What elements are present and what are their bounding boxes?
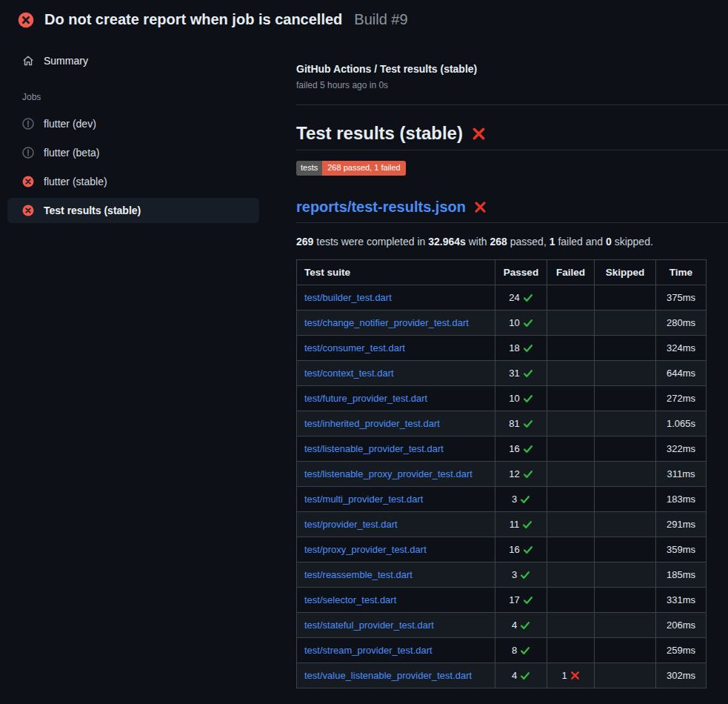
skipped-cell	[595, 311, 656, 336]
passed-cell: 12	[495, 462, 547, 487]
skipped-cell	[595, 386, 656, 411]
section-heading: Test results (stable)	[296, 123, 728, 150]
suite-link[interactable]: test/selector_test.dart	[304, 594, 396, 605]
suite-link[interactable]: test/context_test.dart	[304, 368, 394, 379]
breadcrumb: GitHub Actions / Test results (stable)	[296, 63, 728, 75]
check-icon	[520, 620, 530, 631]
time-cell: 302ms	[656, 663, 707, 688]
passed-cell: 24	[495, 285, 547, 311]
passed-cell: 10	[495, 386, 547, 411]
failed-cell	[547, 588, 595, 613]
suite-link[interactable]: test/provider_test.dart	[304, 519, 398, 530]
summary-part: 268	[490, 236, 507, 248]
summary-part: failed and	[555, 236, 607, 248]
failed-cell	[547, 537, 595, 562]
passed-cell: 16	[495, 436, 547, 462]
sidebar-job-item[interactable]: flutter (stable)	[7, 169, 259, 194]
passed-wrap: 4	[512, 670, 530, 681]
check-icon	[522, 519, 532, 530]
passed-count: 10	[509, 393, 519, 404]
failed-cell	[547, 613, 595, 638]
sidebar-item-summary[interactable]: Summary	[7, 48, 259, 73]
skipped-cell	[595, 562, 656, 588]
sidebar-job-item[interactable]: Test results (stable)	[7, 198, 259, 223]
check-icon	[523, 595, 533, 605]
passed-wrap: 16	[509, 443, 532, 454]
failed-cell	[547, 462, 595, 487]
skipped-cell	[595, 512, 656, 537]
time-cell: 359ms	[656, 537, 707, 562]
time-cell: 311ms	[656, 462, 707, 487]
sidebar-job-item[interactable]: flutter (beta)	[7, 140, 259, 165]
col-header-failed: Failed	[547, 260, 595, 285]
passed-cell: 8	[495, 638, 547, 663]
suite-link[interactable]: test/change_notifier_provider_test.dart	[304, 317, 469, 328]
table-row: test/stateful_provider_test.dart 4	[297, 613, 707, 638]
suite-link[interactable]: test/consumer_test.dart	[304, 342, 405, 353]
time-cell: 644ms	[656, 361, 707, 386]
test-results-table: Test suite Passed Failed Skipped Time te…	[296, 259, 707, 688]
suite-link[interactable]: test/stream_provider_test.dart	[304, 645, 433, 656]
suite-link[interactable]: test/multi_provider_test.dart	[304, 494, 423, 505]
suite-link[interactable]: test/stateful_provider_test.dart	[304, 620, 434, 631]
header-divider	[296, 104, 728, 105]
passed-cell: 3	[495, 487, 547, 512]
tests-badge-label: tests	[296, 161, 322, 176]
time-cell: 272ms	[656, 386, 707, 411]
summary-part: passed,	[507, 236, 550, 248]
suite-link[interactable]: test/value_listenable_provider_test.dart	[304, 670, 472, 681]
jobs-list: flutter (dev) flutter (beta) flutter (st…	[0, 111, 267, 223]
passed-wrap: 3	[512, 494, 530, 505]
time-cell: 280ms	[656, 311, 707, 336]
tests-summary-text: 269 tests were completed in 32.964s with…	[296, 236, 728, 248]
table-row: test/listenable_provider_test.dart 16	[297, 436, 707, 462]
passed-count: 16	[509, 443, 519, 454]
suite-link[interactable]: test/reassemble_test.dart	[304, 569, 413, 580]
sidebar-job-label: flutter (dev)	[44, 118, 96, 130]
sidebar-job-item[interactable]: flutter (dev)	[7, 111, 259, 136]
failed-cell	[547, 638, 595, 663]
skipped-cell	[595, 613, 656, 638]
table-row: test/listenable_proxy_provider_test.dart…	[297, 462, 707, 487]
table-header-row: Test suite Passed Failed Skipped Time	[297, 260, 707, 285]
passed-cell: 11	[495, 512, 547, 537]
failed-cell	[547, 562, 595, 588]
passed-wrap: 16	[509, 544, 532, 555]
failed-circle-icon	[22, 205, 34, 216]
failed-cell	[547, 386, 595, 411]
check-icon	[520, 671, 530, 681]
table-row: test/selector_test.dart 17	[297, 588, 707, 613]
suite-link[interactable]: test/proxy_provider_test.dart	[304, 544, 427, 555]
table-row: test/proxy_provider_test.dart 16	[297, 537, 707, 562]
skipped-cell	[595, 537, 656, 562]
check-icon	[523, 293, 533, 303]
failed-wrap: 1	[561, 670, 579, 681]
check-icon	[523, 545, 533, 555]
failed-cell	[547, 285, 595, 311]
suite-link[interactable]: test/future_provider_test.dart	[304, 393, 427, 404]
passed-count: 31	[509, 368, 519, 379]
table-row: test/inherited_provider_test.dart 81	[297, 411, 707, 436]
passed-wrap: 10	[509, 317, 532, 328]
suite-link[interactable]: test/inherited_provider_test.dart	[304, 418, 440, 429]
col-header-test-suite: Test suite	[297, 260, 495, 285]
time-cell: 183ms	[656, 487, 707, 512]
passed-count: 12	[509, 468, 519, 479]
passed-cell: 18	[495, 336, 547, 361]
time-cell: 259ms	[656, 638, 707, 663]
failed-cell: 1	[547, 663, 595, 688]
table-row: test/provider_test.dart 11	[297, 512, 707, 537]
suite-link[interactable]: test/listenable_proxy_provider_test.dart	[304, 468, 472, 479]
suite-link[interactable]: test/builder_test.dart	[304, 292, 392, 303]
summary-part: 269	[296, 236, 313, 248]
table-row: test/builder_test.dart 24	[297, 285, 707, 311]
table-row: test/reassemble_test.dart 3	[297, 562, 707, 588]
failed-cell	[547, 487, 595, 512]
suite-link[interactable]: test/listenable_provider_test.dart	[304, 443, 444, 454]
passed-cell: 3	[495, 562, 547, 588]
report-file-link[interactable]: reports/test-results.json	[296, 199, 466, 216]
main-content: GitHub Actions / Test results (stable) f…	[296, 35, 728, 688]
check-icon	[523, 318, 533, 328]
skipped-cell	[595, 436, 656, 462]
passed-count: 4	[512, 670, 517, 681]
